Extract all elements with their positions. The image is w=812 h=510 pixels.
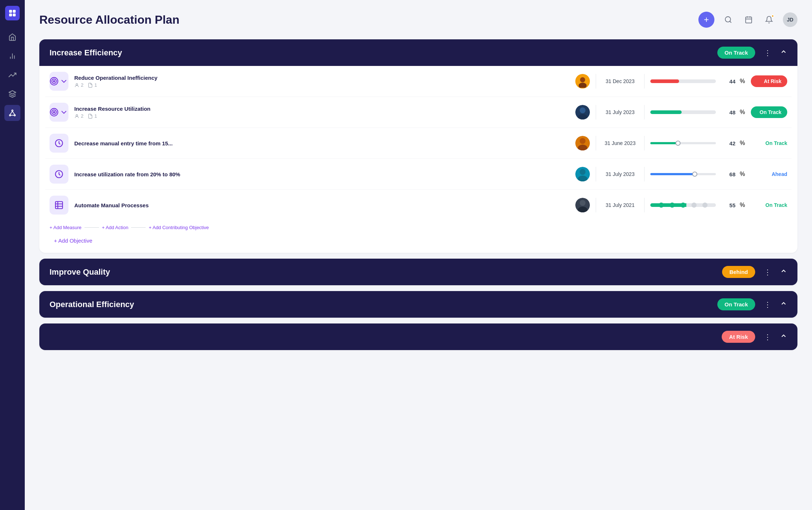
kr-meta-people-2: 2 bbox=[74, 113, 83, 119]
progress-pct-2: 48 bbox=[720, 109, 736, 115]
add-new-button[interactable]: + bbox=[698, 12, 714, 28]
people-icon-1 bbox=[74, 83, 79, 88]
step-dot-1 bbox=[659, 203, 664, 208]
group-body-increase-efficiency: Reduce Operational Inefficiency 2 1 bbox=[39, 66, 797, 253]
objective-group-improve-quality: Improve Quality Behind ⋮ bbox=[39, 259, 797, 285]
add-contributing-link[interactable]: + Add Contributing Objective bbox=[149, 225, 209, 230]
svg-point-30 bbox=[76, 114, 78, 116]
sidebar-item-layers[interactable] bbox=[4, 86, 20, 102]
sidebar-item-trend[interactable] bbox=[4, 67, 20, 83]
group-status-fourth[interactable]: At Risk bbox=[722, 331, 755, 343]
svg-marker-7 bbox=[9, 91, 16, 94]
logo-icon bbox=[8, 9, 17, 17]
kr-meta-2: 2 1 bbox=[74, 113, 569, 119]
avatar-image-1 bbox=[576, 75, 589, 88]
add-action-link[interactable]: + Add Action bbox=[102, 225, 129, 230]
svg-rect-0 bbox=[9, 10, 12, 13]
calendar-button[interactable] bbox=[742, 13, 755, 26]
people-icon-2 bbox=[74, 114, 79, 119]
separator-2 bbox=[131, 227, 146, 228]
kr-meta-tasks-2: 1 bbox=[88, 113, 97, 119]
divider-2 bbox=[644, 74, 645, 89]
user-avatar[interactable]: JD bbox=[783, 12, 797, 27]
slider-handle-4[interactable] bbox=[692, 172, 697, 177]
target-icon-1 bbox=[50, 76, 59, 86]
slider-handle-3[interactable] bbox=[675, 141, 681, 146]
kr-row-reduce-operational: Reduce Operational Inefficiency 2 1 bbox=[45, 66, 792, 97]
kr-status-2[interactable]: On Track bbox=[751, 106, 787, 118]
svg-point-20 bbox=[50, 78, 58, 85]
kr-icon-wrapper-2[interactable] bbox=[50, 103, 68, 122]
search-button[interactable] bbox=[722, 13, 735, 26]
kr-avatar-4 bbox=[575, 167, 590, 181]
step-dot-5 bbox=[702, 203, 707, 208]
group-collapse-button-2[interactable] bbox=[780, 267, 787, 276]
add-objective-button[interactable]: + Add Objective bbox=[54, 238, 92, 244]
speed-icon-4 bbox=[54, 169, 64, 179]
objective-group-operational-efficiency: Operational Efficiency On Track ⋮ bbox=[39, 291, 797, 318]
divider-7 bbox=[596, 167, 596, 181]
group-header-increase-efficiency[interactable]: Increase Efficiency On Track ⋮ bbox=[39, 39, 797, 66]
kr-icon-wrapper-5[interactable] bbox=[50, 196, 68, 215]
sidebar-item-nodes[interactable] bbox=[4, 105, 20, 121]
group-more-menu-button-3[interactable]: ⋮ bbox=[761, 299, 774, 310]
divider-1 bbox=[596, 74, 596, 89]
kr-icon-wrapper-4[interactable] bbox=[50, 165, 68, 184]
kr-row-decrease-manual: Decrease manual entry time from 15... 31… bbox=[45, 128, 792, 159]
layers-icon bbox=[8, 90, 16, 98]
kr-avatar-3 bbox=[575, 136, 590, 150]
kr-status-3: On Track bbox=[751, 140, 787, 146]
kr-icon-wrapper-3[interactable] bbox=[50, 134, 68, 153]
speed-icon-3 bbox=[54, 138, 64, 148]
add-measure-link[interactable]: + Add Measure bbox=[50, 225, 82, 230]
svg-point-36 bbox=[580, 138, 586, 144]
divider-6 bbox=[644, 136, 645, 150]
sidebar-item-charts[interactable] bbox=[4, 48, 20, 64]
progress-pct-3: 42 bbox=[720, 140, 736, 146]
group-more-menu-button-2[interactable]: ⋮ bbox=[761, 266, 774, 278]
sidebar-item-home[interactable] bbox=[4, 29, 20, 45]
objective-group-increase-efficiency: Increase Efficiency On Track ⋮ bbox=[39, 39, 797, 253]
chevron-up-icon-4 bbox=[780, 332, 787, 340]
progress-section-5: 55% bbox=[650, 202, 745, 208]
group-collapse-button-4[interactable] bbox=[780, 332, 787, 341]
plus-icon: + bbox=[704, 15, 709, 25]
divider-9 bbox=[596, 198, 596, 212]
progress-section-1: 44% bbox=[650, 78, 745, 85]
svg-line-15 bbox=[730, 21, 731, 23]
kr-date-1: 31 Dec 2023 bbox=[602, 78, 638, 84]
slider-3 bbox=[650, 141, 716, 145]
group-status-improve-quality[interactable]: Behind bbox=[722, 266, 755, 278]
group-header-right-2: Behind ⋮ bbox=[722, 266, 787, 278]
group-status-operational-efficiency[interactable]: On Track bbox=[717, 298, 755, 310]
group-collapse-button[interactable] bbox=[780, 48, 787, 57]
search-icon bbox=[724, 16, 732, 24]
app-logo[interactable] bbox=[5, 6, 20, 20]
progress-fill-2 bbox=[650, 110, 682, 114]
step-dot-4 bbox=[691, 203, 697, 208]
svg-rect-2 bbox=[9, 13, 12, 16]
kr-icon-wrapper-1[interactable] bbox=[50, 72, 68, 91]
kr-status-5: On Track bbox=[751, 202, 787, 208]
separator-1 bbox=[84, 227, 99, 228]
svg-point-22 bbox=[53, 81, 55, 82]
group-more-menu-button[interactable]: ⋮ bbox=[761, 47, 774, 59]
svg-rect-42 bbox=[55, 201, 63, 209]
group-more-menu-button-4[interactable]: ⋮ bbox=[761, 331, 774, 343]
kr-title-2: Increase Resource Utilization bbox=[74, 106, 569, 112]
progress-bar-1 bbox=[650, 79, 716, 83]
group-header-operational-efficiency[interactable]: Operational Efficiency On Track ⋮ bbox=[39, 291, 797, 318]
kr-status-1[interactable]: At Risk bbox=[751, 75, 787, 87]
header-actions: + bbox=[698, 12, 797, 28]
objective-group-fourth: At Risk ⋮ bbox=[39, 323, 797, 350]
group-status-increase-efficiency[interactable]: On Track bbox=[717, 47, 755, 59]
slider-fill-3 bbox=[650, 142, 678, 144]
slider-4 bbox=[650, 172, 716, 176]
divider-3 bbox=[596, 105, 596, 119]
group-collapse-button-3[interactable] bbox=[780, 300, 787, 309]
group-header-improve-quality[interactable]: Improve Quality Behind ⋮ bbox=[39, 259, 797, 285]
svg-point-47 bbox=[580, 200, 586, 206]
kr-title-5: Automate Manual Processes bbox=[74, 202, 569, 208]
group-header-fourth[interactable]: At Risk ⋮ bbox=[39, 323, 797, 350]
notification-button[interactable] bbox=[762, 13, 776, 26]
